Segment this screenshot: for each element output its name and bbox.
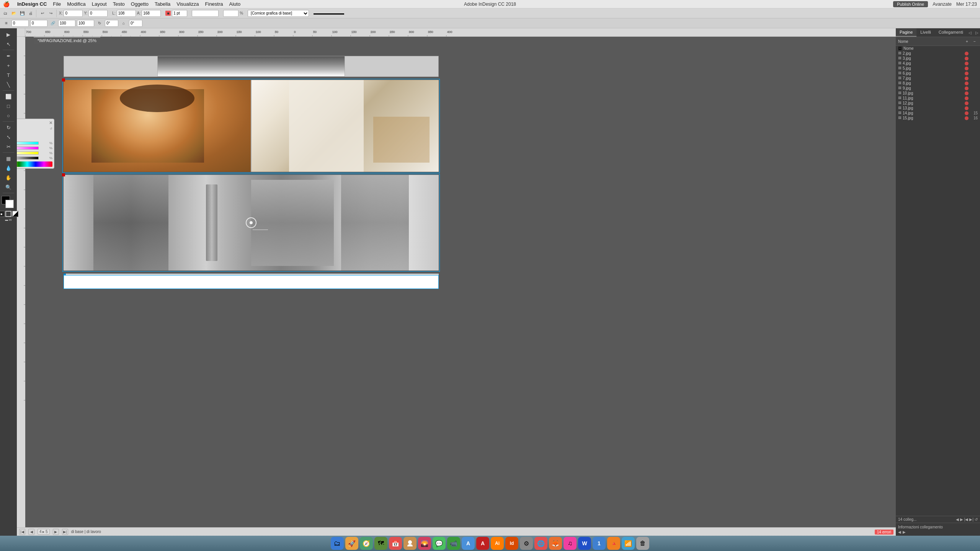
menu-oggetto[interactable]: Oggetto xyxy=(131,1,149,7)
new-btn[interactable]: 🗂 xyxy=(2,10,9,17)
redo-btn[interactable]: ↪ xyxy=(47,10,55,17)
last-page-btn[interactable]: ▶| xyxy=(62,529,68,535)
fill-icon[interactable]: ■ xyxy=(0,211,5,217)
dock-acrobat[interactable]: A xyxy=(476,537,489,550)
canvas-area[interactable]: 700 650 600 550 500 450 400 350 300 250 … xyxy=(17,28,896,536)
link-row-7[interactable]: 🖼 7.jpg xyxy=(896,76,980,81)
dock-browser[interactable]: 🌐 xyxy=(534,537,547,550)
prev-page-btn[interactable]: ◀ xyxy=(28,529,34,535)
menu-modifica[interactable]: Modifica xyxy=(67,1,85,7)
bride-robe-frame[interactable] xyxy=(252,80,439,172)
scale-tool[interactable]: ⤡ xyxy=(2,132,15,142)
first-page-btn[interactable]: |◀ xyxy=(19,529,25,535)
link-row-6[interactable]: 🖼 6.jpg xyxy=(896,71,980,76)
dimension-input[interactable]: 4,233 mm xyxy=(192,10,219,17)
options-h[interactable] xyxy=(77,20,94,27)
dock-photos[interactable]: 🌄 xyxy=(418,537,431,550)
file-tab[interactable]: *IMPAGINAZIONE.indd @ 25% xyxy=(34,37,100,44)
links-last-btn[interactable]: ▶| xyxy=(969,517,973,522)
next-page-btn[interactable]: ▶ xyxy=(53,529,59,535)
link-row-4[interactable]: 🖼 4.jpg xyxy=(896,61,980,66)
color-panel-close[interactable]: ✕ xyxy=(49,121,52,126)
tab-livelli[interactable]: Livelli xyxy=(916,28,935,37)
rotate-btn[interactable]: ↻ xyxy=(96,20,103,27)
dock-indesign[interactable]: Id xyxy=(505,537,518,550)
open-btn[interactable]: 📂 xyxy=(10,10,18,17)
dock-safari[interactable]: 🧭 xyxy=(360,537,373,550)
hand-tool[interactable]: ✋ xyxy=(2,173,15,182)
select-tool[interactable]: ▶ xyxy=(2,30,15,39)
dock-finder[interactable]: 🗂 xyxy=(331,537,344,550)
menu-indesign[interactable]: InDesign CC xyxy=(17,1,47,7)
page-indicator[interactable]: 4 ▸ 5 xyxy=(38,529,50,535)
add-page-btn[interactable]: + xyxy=(964,38,970,44)
menu-layout[interactable]: Layout xyxy=(92,1,107,7)
link-row-8[interactable]: 🖼 8.jpg xyxy=(896,81,980,86)
link-row-12[interactable]: 🖼 12.jpg xyxy=(896,101,980,106)
none-icon[interactable] xyxy=(12,211,18,217)
dock-itunes[interactable]: ♫ xyxy=(564,537,577,550)
transform-origin-btn[interactable]: ⊞ xyxy=(2,20,10,27)
fill-mode[interactable]: ▬ xyxy=(5,218,8,222)
y-input[interactable] xyxy=(88,10,108,17)
chain-btn[interactable]: 🔗 xyxy=(49,20,57,27)
tab-pagine[interactable]: Pagine xyxy=(896,28,916,37)
direct-select-tool[interactable]: ↖ xyxy=(2,39,15,49)
dock-maps[interactable]: 🗺 xyxy=(374,537,387,550)
dock-sys-prefs[interactable]: ⚙ xyxy=(520,537,533,550)
publish-online-button[interactable]: Publish Online xyxy=(893,1,928,7)
link-row-15[interactable]: 🖼 15.jpg 16 xyxy=(896,116,980,121)
panel-btn-2[interactable]: ▷ xyxy=(974,29,980,36)
apple-menu[interactable]: 🍎 xyxy=(3,1,10,7)
height-input[interactable] xyxy=(142,10,161,17)
frame-style-select[interactable]: [Cornice grafica di base] xyxy=(248,10,309,17)
avanzate-label[interactable]: Avanzate xyxy=(933,2,952,7)
eyedropper-tool[interactable]: 💧 xyxy=(2,163,15,173)
line-tool[interactable]: ╲ xyxy=(2,80,15,89)
dock-facetime[interactable]: 📹 xyxy=(447,537,460,550)
links-update-btn[interactable]: ↺ xyxy=(975,517,978,522)
links-prev-btn[interactable]: ◀ xyxy=(956,517,959,522)
options-y[interactable] xyxy=(30,20,47,27)
link-row-5[interactable]: 🖼 5.jpg xyxy=(896,66,980,71)
scissors-tool[interactable]: ✂ xyxy=(2,142,15,151)
dock-appstore[interactable]: A xyxy=(462,537,475,550)
mirror-photo-frame[interactable] xyxy=(64,175,439,271)
error-count[interactable]: 14 errori xyxy=(875,530,893,535)
options-x[interactable] xyxy=(11,20,29,27)
rotate-tool[interactable]: ↻ xyxy=(2,123,15,132)
dock-1password[interactable]: 1 xyxy=(593,537,606,550)
menu-aiuto[interactable]: Aiuto xyxy=(229,1,241,7)
stroke-color-swatch[interactable]: ■ xyxy=(165,11,171,16)
link-row-14[interactable]: 🖼 14.jpg 15 xyxy=(896,111,980,116)
color-swatches[interactable] xyxy=(2,196,15,210)
stroke-icon[interactable] xyxy=(5,211,11,217)
menu-visualizza[interactable]: Visualizza xyxy=(176,1,199,7)
zoom-input[interactable]: 25% xyxy=(223,10,238,17)
panel-btn-1[interactable]: ◁ xyxy=(967,29,973,36)
preview-mode[interactable]: W xyxy=(9,218,12,222)
link-info-btn-prev[interactable]: ◀ xyxy=(898,530,901,534)
tab-collegamenti[interactable]: Collegamenti xyxy=(935,28,967,37)
gradient-tool[interactable]: ▦ xyxy=(2,154,15,163)
type-tool[interactable]: T xyxy=(2,70,15,80)
width-input[interactable] xyxy=(117,10,136,17)
menu-file[interactable]: File xyxy=(53,1,61,7)
link-info-btn-next[interactable]: ▶ xyxy=(903,530,906,534)
dock-calendar[interactable]: 📅 xyxy=(389,537,402,550)
dock-contacts[interactable] xyxy=(403,537,416,550)
del-page-btn[interactable]: − xyxy=(972,38,978,44)
stroke-pt-input[interactable] xyxy=(172,10,187,17)
document-container[interactable]: *IMPAGINAZIONE.indd @ 25% xyxy=(25,37,896,536)
link-row-3[interactable]: 🖼 3.jpg xyxy=(896,56,980,61)
x-input[interactable] xyxy=(64,10,83,17)
dock-firefox[interactable]: 🦊 xyxy=(549,537,562,550)
angle-input[interactable] xyxy=(105,20,118,27)
options-w[interactable] xyxy=(58,20,75,27)
bg-color-swatch[interactable] xyxy=(5,200,14,208)
shear-input[interactable] xyxy=(129,20,142,27)
link-row-13[interactable]: 🖼 13.jpg xyxy=(896,106,980,111)
add-anchor-tool[interactable]: + xyxy=(2,61,15,70)
bride-closeup-frame[interactable] xyxy=(64,80,251,172)
links-next-btn[interactable]: ▶ xyxy=(960,517,963,522)
